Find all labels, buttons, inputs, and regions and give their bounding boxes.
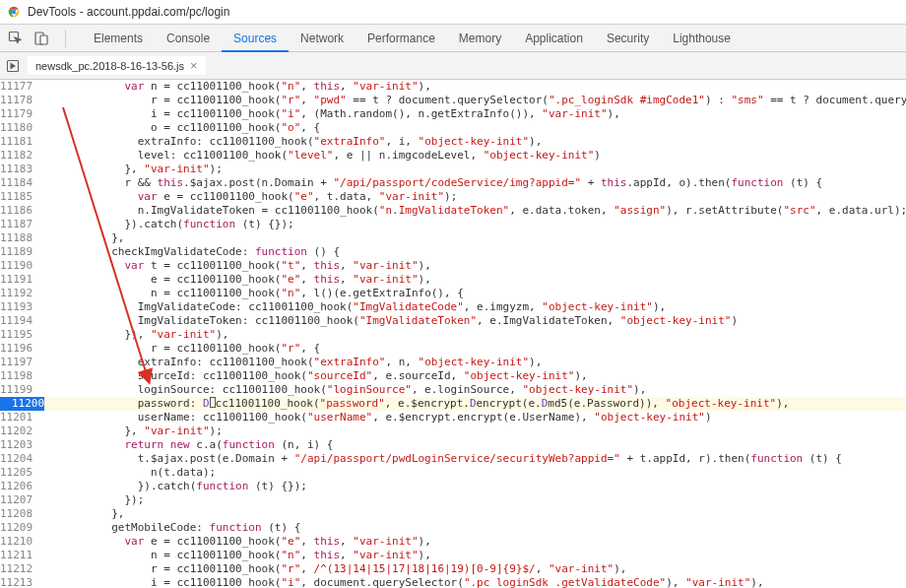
- code-text[interactable]: r = cc11001100_hook("r", {: [44, 342, 906, 356]
- code-text[interactable]: loginSource: cc11001100_hook("loginSourc…: [44, 383, 906, 397]
- line-number[interactable]: 11203: [0, 438, 44, 452]
- code-area[interactable]: 11177 var n = cc11001100_hook("n", this,…: [0, 80, 906, 588]
- code-text[interactable]: });: [44, 493, 906, 507]
- line-number[interactable]: 11179: [0, 107, 44, 121]
- code-text[interactable]: ImgValidateCode: cc11001100_hook("ImgVal…: [44, 300, 906, 314]
- code-line[interactable]: 11205 n(t.data);: [0, 466, 906, 480]
- code-line[interactable]: 11211 n = cc11001100_hook("n", this, "va…: [0, 549, 906, 562]
- code-line[interactable]: 11203 return new c.a(function (n, i) {: [0, 438, 906, 452]
- line-number[interactable]: 11204: [0, 452, 44, 466]
- line-number[interactable]: 11182: [0, 149, 44, 163]
- line-number[interactable]: 11192: [0, 287, 44, 300]
- tab-memory[interactable]: Memory: [447, 25, 513, 52]
- code-line[interactable]: 11207 });: [0, 493, 906, 507]
- inspect-icon[interactable]: [8, 31, 24, 46]
- line-number[interactable]: 11194: [0, 314, 44, 328]
- code-line[interactable]: 11192 n = cc11001100_hook("n", l()(e.get…: [0, 287, 906, 300]
- line-number[interactable]: 11211: [0, 549, 44, 562]
- line-number[interactable]: 11197: [0, 356, 44, 369]
- code-text[interactable]: extraInfo: cc11001100_hook("extraInfo", …: [44, 135, 906, 149]
- tab-application[interactable]: Application: [513, 25, 595, 52]
- page-icon[interactable]: [6, 59, 20, 73]
- tab-lighthouse[interactable]: Lighthouse: [661, 25, 743, 52]
- code-text[interactable]: e = cc11001100_hook("e", this, "var-init…: [44, 273, 906, 287]
- code-text[interactable]: }).catch(function (t) {});: [44, 480, 906, 493]
- line-number[interactable]: 11209: [0, 521, 44, 535]
- tab-elements[interactable]: Elements: [82, 25, 155, 52]
- code-line[interactable]: 11182 level: cc11001100_hook("level", e …: [0, 149, 906, 163]
- code-text[interactable]: n(t.data);: [44, 466, 906, 480]
- tab-console[interactable]: Console: [155, 25, 222, 52]
- code-text[interactable]: var n = cc11001100_hook("n", this, "var-…: [44, 80, 906, 94]
- code-text[interactable]: return new c.a(function (n, i) {: [44, 438, 906, 452]
- tab-sources[interactable]: Sources: [222, 25, 289, 52]
- file-tab[interactable]: newsdk_pc.2018-8-16-13-56.js ×: [28, 56, 206, 75]
- line-number[interactable]: 11177: [0, 80, 44, 94]
- code-text[interactable]: }, "var-init");: [44, 425, 906, 438]
- code-text[interactable]: level: cc11001100_hook("level", e || n.i…: [44, 149, 906, 163]
- line-number[interactable]: 11193: [0, 300, 44, 314]
- code-text[interactable]: checkImgValidateCode: function () {: [44, 245, 906, 259]
- code-line[interactable]: 11180 o = cc11001100_hook("o", {: [0, 121, 906, 135]
- line-number[interactable]: 11196: [0, 342, 44, 356]
- code-text[interactable]: ImgValidateToken: cc11001100_hook("ImgVa…: [44, 314, 906, 328]
- code-line[interactable]: 11194 ImgValidateToken: cc11001100_hook(…: [0, 314, 906, 328]
- code-line[interactable]: 11208 },: [0, 507, 906, 521]
- code-line[interactable]: 11178 r = cc11001100_hook("r", "pwd" == …: [0, 94, 906, 107]
- code-text[interactable]: },: [44, 507, 906, 521]
- code-text[interactable]: },: [44, 231, 906, 245]
- code-line[interactable]: 11198 sourceId: cc11001100_hook("sourceI…: [0, 369, 906, 383]
- code-text[interactable]: sourceId: cc11001100_hook("sourceId", e.…: [44, 369, 906, 383]
- line-number[interactable]: 11188: [0, 231, 44, 245]
- line-number[interactable]: 11195: [0, 328, 44, 342]
- code-line[interactable]: 11189 checkImgValidateCode: function () …: [0, 245, 906, 259]
- tab-performance[interactable]: Performance: [356, 25, 447, 52]
- line-number[interactable]: 11180: [0, 121, 44, 135]
- code-line[interactable]: 11188 },: [0, 231, 906, 245]
- code-line[interactable]: 11186 n.ImgValidateToken = cc11001100_ho…: [0, 204, 906, 218]
- line-number[interactable]: 11191: [0, 273, 44, 287]
- line-number[interactable]: 11205: [0, 466, 44, 480]
- line-number[interactable]: 11181: [0, 135, 44, 149]
- code-line[interactable]: 11184 r && this.$ajax.post(n.Domain + "/…: [0, 176, 906, 190]
- code-line[interactable]: 11210 var e = cc11001100_hook("e", this,…: [0, 535, 906, 549]
- tab-network[interactable]: Network: [289, 25, 356, 52]
- line-number[interactable]: 11208: [0, 507, 44, 521]
- line-number[interactable]: 11212: [0, 562, 44, 576]
- line-number[interactable]: 11207: [0, 493, 44, 507]
- code-text[interactable]: n.ImgValidateToken = cc11001100_hook("n.…: [44, 204, 906, 218]
- code-line[interactable]: 11206 }).catch(function (t) {});: [0, 480, 906, 493]
- line-number[interactable]: 11213: [0, 576, 44, 588]
- code-line[interactable]: 11213 i = cc11001100_hook("i", document.…: [0, 576, 906, 588]
- code-line[interactable]: 11190 var t = cc11001100_hook("t", this,…: [0, 259, 906, 273]
- line-number[interactable]: 11185: [0, 190, 44, 204]
- code-text[interactable]: var t = cc11001100_hook("t", this, "var-…: [44, 259, 906, 273]
- code-text[interactable]: n = cc11001100_hook("n", l()(e.getExtraI…: [44, 287, 906, 300]
- code-text[interactable]: var e = cc11001100_hook("e", t.data, "va…: [44, 190, 906, 204]
- code-line[interactable]: 11209 getMobileCode: function (t) {: [0, 521, 906, 535]
- code-line[interactable]: 11197 extraInfo: cc11001100_hook("extraI…: [0, 356, 906, 369]
- code-line[interactable]: 11183 }, "var-init");: [0, 163, 906, 176]
- tab-security[interactable]: Security: [595, 25, 661, 52]
- line-number[interactable]: 11198: [0, 369, 44, 383]
- code-line[interactable]: 11212 r = cc11001100_hook("r", /^(13|14|…: [0, 562, 906, 576]
- line-number[interactable]: 11200: [0, 397, 44, 411]
- code-text[interactable]: n = cc11001100_hook("n", this, "var-init…: [44, 549, 906, 562]
- code-text[interactable]: password: Dcc11001100_hook("password", e…: [44, 397, 906, 411]
- code-line[interactable]: 11187 }).catch(function (t) {});: [0, 218, 906, 231]
- line-number[interactable]: 11187: [0, 218, 44, 231]
- code-text[interactable]: r && this.$ajax.post(n.Domain + "/api/pa…: [44, 176, 906, 190]
- code-text[interactable]: }).catch(function (t) {});: [44, 218, 906, 231]
- code-line[interactable]: 11195 }), "var-init"),: [0, 328, 906, 342]
- close-icon[interactable]: ×: [190, 58, 198, 73]
- line-number[interactable]: 11183: [0, 163, 44, 176]
- line-number[interactable]: 11201: [0, 411, 44, 425]
- code-line[interactable]: 11199 loginSource: cc11001100_hook("logi…: [0, 383, 906, 397]
- code-line[interactable]: 11201 userName: cc11001100_hook("userNam…: [0, 411, 906, 425]
- code-text[interactable]: r = cc11001100_hook("r", "pwd" == t ? do…: [44, 94, 906, 107]
- code-text[interactable]: userName: cc11001100_hook("userName", e.…: [44, 411, 906, 425]
- code-text[interactable]: i = cc11001100_hook("i", document.queryS…: [44, 576, 906, 588]
- line-number[interactable]: 11202: [0, 425, 44, 438]
- line-number[interactable]: 11184: [0, 176, 44, 190]
- code-line[interactable]: 11204 t.$ajax.post(e.Domain + "/api/pass…: [0, 452, 906, 466]
